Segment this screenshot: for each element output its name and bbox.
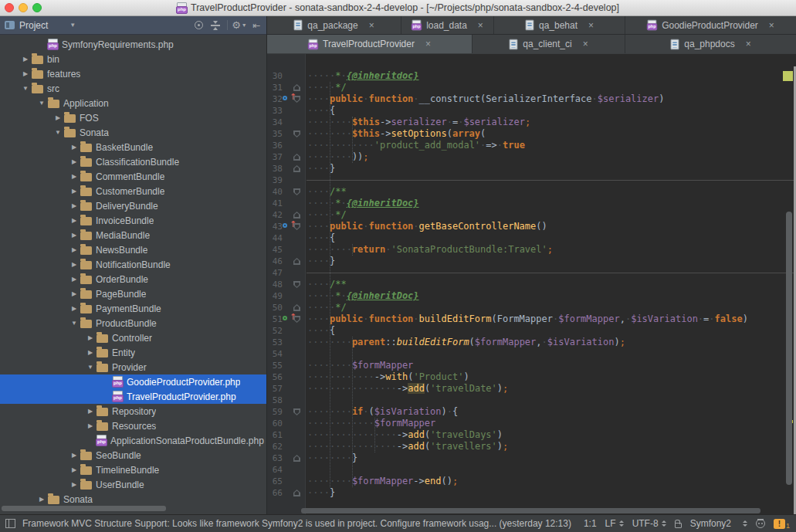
code-line-60[interactable]: 60············$formMapper bbox=[267, 418, 796, 429]
tree-item-mediabundle[interactable]: ▶MediaBundle bbox=[0, 228, 266, 242]
code-fold-icon[interactable] bbox=[293, 281, 300, 288]
tree-item-travelproductprovider-php[interactable]: TravelProductProvider.php bbox=[0, 389, 266, 404]
code-line-66[interactable]: 66····} bbox=[267, 487, 796, 499]
tree-collapsed-arrow-icon[interactable]: ▶ bbox=[84, 422, 97, 429]
tree-collapsed-arrow-icon[interactable]: ▶ bbox=[68, 246, 80, 253]
code-content[interactable]: 30·····*·{@inheritdoc}31·····*/32↑····pu… bbox=[267, 70, 796, 499]
tree-collapsed-arrow-icon[interactable]: ▶ bbox=[36, 496, 48, 503]
collapse-all-icon[interactable] bbox=[210, 20, 221, 31]
chevron-down-icon[interactable]: ▼ bbox=[69, 22, 76, 29]
tree-expanded-arrow-icon[interactable]: ▼ bbox=[68, 320, 80, 327]
code-line-58[interactable]: 58 bbox=[267, 395, 796, 406]
hector-inspector-icon[interactable] bbox=[756, 519, 765, 528]
tree-collapsed-arrow-icon[interactable]: ▶ bbox=[84, 349, 97, 356]
zoom-window-button[interactable] bbox=[32, 3, 42, 12]
close-tab-icon[interactable]: × bbox=[583, 39, 588, 49]
close-tab-icon[interactable]: × bbox=[425, 39, 431, 49]
tree-item-deliverybundle[interactable]: ▶DeliveryBundle bbox=[0, 198, 266, 213]
minimize-window-button[interactable] bbox=[19, 3, 28, 12]
code-line-51[interactable]: 51↑····public·function·buildEditForm(For… bbox=[267, 313, 796, 325]
tree-collapsed-arrow-icon[interactable]: ▶ bbox=[68, 202, 80, 209]
close-tab-icon[interactable]: × bbox=[478, 21, 483, 30]
code-line-53[interactable]: 53········parent::buildEditForm($formMap… bbox=[267, 337, 796, 348]
code-line-62[interactable]: 62················->add('travellers'); bbox=[267, 441, 796, 452]
code-line-50[interactable]: 50·····*/ bbox=[267, 302, 796, 313]
tree-item-timelinebundle[interactable]: ▶TimelineBundle bbox=[0, 463, 266, 477]
code-line-55[interactable]: 55········$formMapper bbox=[267, 360, 796, 371]
tree-collapsed-arrow-icon[interactable]: ▶ bbox=[19, 56, 32, 63]
tree-item-sonata[interactable]: ▼Sonata bbox=[0, 125, 266, 140]
tree-item-newsbundle[interactable]: ▶NewsBundle bbox=[0, 242, 266, 257]
code-line-34[interactable]: 34········$this->serializer·=·$serialize… bbox=[267, 117, 796, 128]
up-down-arrows-icon[interactable] bbox=[743, 520, 747, 527]
overrides-method-icon[interactable]: ↑ bbox=[283, 94, 293, 103]
code-line-36[interactable]: 36············'product_add_modal'·=>·tru… bbox=[267, 140, 796, 151]
code-line-32[interactable]: 32↑····public·function·__construct(Seria… bbox=[267, 93, 796, 105]
close-window-button[interactable] bbox=[5, 3, 14, 12]
tree-collapsed-arrow-icon[interactable]: ▶ bbox=[19, 70, 32, 77]
code-fold-icon[interactable] bbox=[293, 212, 300, 219]
tree-item-symfonyrequirements-php[interactable]: SymfonyRequirements.php bbox=[0, 37, 266, 52]
tree-collapsed-arrow-icon[interactable]: ▶ bbox=[68, 276, 80, 283]
code-line-43[interactable]: 43↑····public·function·getBaseController… bbox=[267, 221, 796, 232]
tree-item-applicationsonataproductbundle-php[interactable]: ApplicationSonataProductBundle.php bbox=[0, 433, 266, 448]
editor-tab-qa-phpdocs[interactable]: qa_phpdocs× bbox=[625, 35, 796, 53]
code-line-40[interactable]: 40····/** bbox=[267, 186, 796, 198]
tree-collapsed-arrow-icon[interactable]: ▶ bbox=[68, 290, 80, 297]
tree-item-sonata[interactable]: ▶Sonata bbox=[0, 492, 266, 504]
event-log-badge[interactable]: ! 1 bbox=[774, 518, 790, 530]
tree-collapsed-arrow-icon[interactable]: ▶ bbox=[68, 158, 80, 165]
code-line-42[interactable]: 42·····*/ bbox=[267, 209, 796, 221]
tree-collapsed-arrow-icon[interactable]: ▶ bbox=[84, 408, 97, 415]
code-line-49[interactable]: 49·····*·{@inheritDoc} bbox=[267, 290, 796, 302]
code-line-38[interactable]: 38····} bbox=[267, 163, 796, 175]
editor-tab-travelproductprovider[interactable]: TravelProductProvider× bbox=[267, 35, 473, 53]
tree-collapsed-arrow-icon[interactable]: ▶ bbox=[68, 188, 80, 195]
tree-item-productbundle[interactable]: ▼ProductBundle bbox=[0, 316, 266, 330]
tree-collapsed-arrow-icon[interactable]: ▶ bbox=[52, 114, 64, 121]
code-line-48[interactable]: 48····/** bbox=[267, 279, 796, 290]
tree-item-basketbundle[interactable]: ▶BasketBundle bbox=[0, 140, 266, 154]
code-line-30[interactable]: 30·····*·{@inheritdoc} bbox=[267, 70, 796, 82]
tree-item-provider[interactable]: ▼Provider bbox=[0, 360, 266, 374]
tree-item-fos[interactable]: ▶FOS bbox=[0, 110, 266, 125]
project-panel-title[interactable]: Project bbox=[19, 20, 48, 31]
framework-widget[interactable]: Symfony2 bbox=[690, 518, 731, 529]
editor-tab-load-data[interactable]: load_data× bbox=[401, 16, 494, 34]
tree-collapsed-arrow-icon[interactable]: ▶ bbox=[68, 217, 80, 224]
code-fold-icon[interactable] bbox=[293, 165, 300, 172]
tree-item-bin[interactable]: ▶bin bbox=[0, 52, 266, 66]
encoding-widget[interactable]: UTF-8 bbox=[632, 518, 666, 529]
code-fold-icon[interactable] bbox=[293, 154, 300, 161]
tree-item-paymentbundle[interactable]: ▶PaymentBundle bbox=[0, 301, 266, 316]
code-line-65[interactable]: 65········$formMapper->end(); bbox=[267, 476, 796, 487]
tree-item-customerbundle[interactable]: ▶CustomerBundle bbox=[0, 184, 266, 198]
tree-collapsed-arrow-icon[interactable]: ▶ bbox=[68, 305, 80, 312]
code-fold-icon[interactable] bbox=[293, 490, 300, 496]
tree-expanded-arrow-icon[interactable]: ▼ bbox=[52, 129, 64, 136]
editor-tab-qa-behat[interactable]: qa_behat× bbox=[494, 16, 625, 34]
overrides-method-icon[interactable]: ↑ bbox=[283, 222, 293, 231]
tree-item-controller[interactable]: ▶Controller bbox=[0, 330, 266, 345]
tree-item-userbundle[interactable]: ▶UserBundle bbox=[0, 477, 266, 492]
tree-collapsed-arrow-icon[interactable]: ▶ bbox=[68, 144, 80, 151]
code-line-37[interactable]: 37········)); bbox=[267, 151, 796, 163]
inspection-status-indicator[interactable] bbox=[783, 71, 793, 81]
code-fold-icon[interactable] bbox=[293, 304, 300, 311]
editor-tab-qa-package[interactable]: qa_package× bbox=[267, 16, 401, 34]
hide-panel-icon[interactable]: ⇤ bbox=[251, 20, 262, 31]
code-line-56[interactable]: 56············->with('Product') bbox=[267, 371, 796, 383]
tree-scrollbar-thumb[interactable] bbox=[2, 506, 166, 511]
horizontal-scrollbar-thumb[interactable] bbox=[301, 508, 760, 513]
tree-item-commentbundle[interactable]: ▶CommentBundle bbox=[0, 169, 266, 184]
tree-expanded-arrow-icon[interactable]: ▼ bbox=[19, 85, 32, 92]
tree-item-seobundle[interactable]: ▶SeoBundle bbox=[0, 448, 266, 463]
tree-expanded-arrow-icon[interactable]: ▼ bbox=[84, 364, 97, 371]
code-line-31[interactable]: 31·····*/ bbox=[267, 82, 796, 93]
tree-collapsed-arrow-icon[interactable]: ▶ bbox=[84, 334, 97, 341]
tree-collapsed-arrow-icon[interactable]: ▶ bbox=[68, 452, 80, 459]
tree-item-pagebundle[interactable]: ▶PageBundle bbox=[0, 286, 266, 301]
window-toggle-icon[interactable] bbox=[5, 519, 15, 528]
line-separator-widget[interactable]: LF bbox=[605, 518, 624, 529]
code-fold-icon[interactable] bbox=[293, 130, 300, 137]
